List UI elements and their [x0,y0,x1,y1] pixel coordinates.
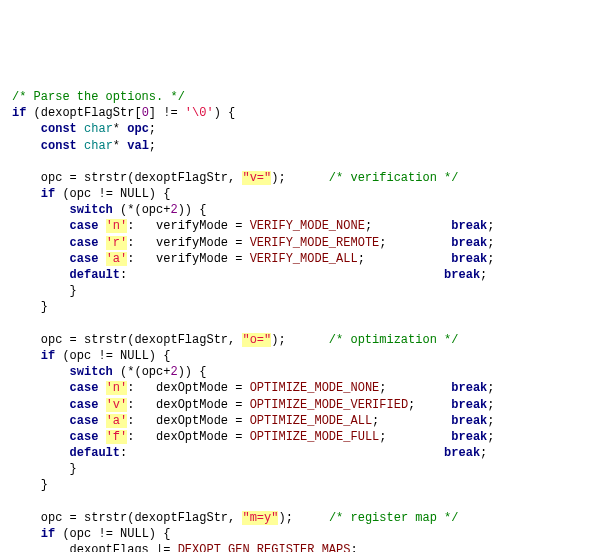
str-v: "v=" [242,171,271,185]
var-opc: opc [127,122,149,136]
comment: /* Parse the options. */ [12,90,185,104]
var-val: val [127,139,149,153]
str-o: "o=" [242,333,271,347]
kw-if: if [12,106,26,120]
str-my: "m=y" [242,511,278,525]
code-block: FREEBUF/* Parse the options. */ if (dexo… [12,73,585,552]
